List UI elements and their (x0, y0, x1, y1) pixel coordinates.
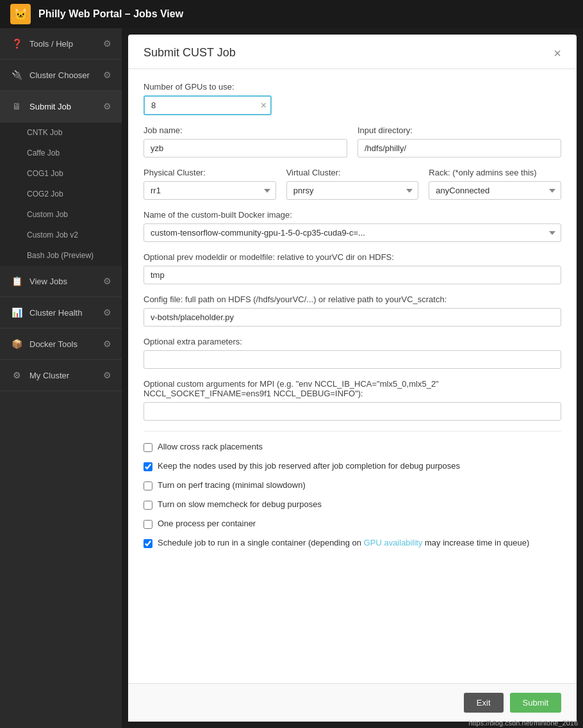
job-name-col: Job name: (144, 125, 347, 158)
status-url: https://blog.csdn.net/minione_2016 (468, 719, 578, 727)
config-file-group: Config file: full path on HDFS (/hdfs/yo… (144, 295, 561, 327)
divider (144, 431, 561, 432)
modal-header: Submit CUST Job × (128, 35, 577, 69)
app-logo: 🐱 (10, 4, 31, 24)
extra-params-group: Optional extra parameters: (144, 337, 561, 369)
submit-button[interactable]: Submit (510, 693, 561, 713)
prev-modeldir-label: Optional prev modeldir or modelfile: rel… (144, 252, 561, 262)
virtual-cluster-label: Virtual Cluster: (286, 168, 419, 177)
single-container-checkbox[interactable] (144, 539, 152, 548)
checkbox-single-container: Schedule job to run in a single containe… (144, 538, 561, 548)
submit-job-gear: ⚙ (103, 101, 111, 111)
extra-params-label: Optional extra parameters: (144, 337, 561, 346)
rack-select[interactable]: anyConnectedrack1 (429, 181, 561, 200)
app-title: Philly Web Portal – Jobs View (38, 8, 183, 20)
submit-job-icon: 🖥 (10, 100, 23, 113)
cluster-chooser-gear: ⚙ (103, 70, 111, 80)
view-jobs-gear: ⚙ (103, 276, 111, 286)
sidebar-subitem-cntk-job[interactable]: CNTK Job (0, 122, 122, 143)
keep-nodes-checkbox[interactable] (144, 462, 152, 471)
sidebar-item-docker-tools[interactable]: 📦 Docker Tools ⚙ (0, 328, 122, 360)
perf-tracing-label: Turn on perf tracing (minimal slowdown) (158, 480, 306, 490)
modal-body: Number of GPUs to use: × Job name: Input… (128, 69, 577, 683)
sidebar: ❓ Tools / Help ⚙ 🔌 Cluster Chooser ⚙ 🖥 S… (0, 28, 122, 728)
physical-cluster-select-wrapper: rr1rr2sc1 (144, 181, 276, 200)
sidebar-item-submit-job[interactable]: 🖥 Submit Job ⚙ (0, 91, 122, 122)
gpu-count-clear-button[interactable]: × (261, 101, 267, 111)
prev-modeldir-group: Optional prev modeldir or modelfile: rel… (144, 252, 561, 284)
cluster-row: Physical Cluster: rr1rr2sc1 Virtual Clus… (144, 168, 561, 200)
sidebar-label-my-cluster: My Cluster (29, 371, 69, 380)
perf-tracing-checkbox[interactable] (144, 481, 152, 490)
single-container-label: Schedule job to run in a single containe… (158, 538, 529, 547)
mpi-args-label: Optional custom arguments for MPI (e.g. … (144, 379, 561, 398)
docker-tools-gear: ⚙ (103, 339, 111, 349)
modal-close-button[interactable]: × (554, 47, 561, 60)
one-process-checkbox[interactable] (144, 520, 152, 529)
checkbox-cross-rack: Allow cross rack placements (144, 442, 561, 452)
slow-memcheck-checkbox[interactable] (144, 501, 152, 510)
sidebar-item-view-jobs[interactable]: 📋 View Jobs ⚙ (0, 266, 122, 297)
docker-image-select[interactable]: custom-tensorflow-community-gpu-1-5-0-cp… (144, 223, 561, 242)
docker-tools-icon: 📦 (10, 337, 23, 350)
modal-title: Submit CUST Job (144, 46, 236, 60)
docker-image-select-wrapper: custom-tensorflow-community-gpu-1-5-0-cp… (144, 223, 561, 242)
docker-image-group: Name of the custom-built Docker image: c… (144, 210, 561, 242)
sidebar-subitem-cog2-job[interactable]: COG2 Job (0, 184, 122, 204)
sidebar-label-tools-help: Tools / Help (29, 39, 73, 49)
status-bar: https://blog.csdn.net/minione_2016 (468, 719, 578, 727)
cross-rack-label: Allow cross rack placements (158, 442, 263, 451)
exit-button[interactable]: Exit (464, 693, 504, 713)
input-dir-input[interactable] (357, 139, 561, 158)
physical-cluster-select[interactable]: rr1rr2sc1 (144, 181, 276, 200)
gpu-availability-link[interactable]: GPU availability (364, 538, 423, 547)
rack-col: Rack: (*only admins see this) anyConnect… (429, 168, 561, 200)
gpu-count-label: Number of GPUs to use: (144, 82, 561, 92)
physical-cluster-label: Physical Cluster: (144, 168, 276, 177)
sidebar-item-my-cluster[interactable]: ⚙ My Cluster ⚙ (0, 360, 122, 391)
cross-rack-checkbox[interactable] (144, 443, 152, 452)
checkbox-slow-memcheck: Turn on slow memcheck for debug purposes (144, 499, 561, 510)
my-cluster-icon: ⚙ (10, 369, 23, 382)
sidebar-item-tools-help[interactable]: ❓ Tools / Help ⚙ (0, 28, 122, 60)
virtual-cluster-col: Virtual Cluster: pnrsydefault (286, 168, 419, 200)
prev-modeldir-input[interactable] (144, 266, 561, 284)
extra-params-input[interactable] (144, 350, 561, 369)
input-dir-label: Input directory: (357, 125, 561, 135)
cluster-chooser-icon: 🔌 (10, 69, 23, 81)
my-cluster-gear: ⚙ (103, 370, 111, 380)
tools-help-icon: ❓ (10, 37, 23, 50)
mpi-args-group: Optional custom arguments for MPI (e.g. … (144, 379, 561, 421)
cluster-health-icon: 📊 (10, 306, 23, 319)
one-process-label: One process per container (158, 519, 256, 528)
sidebar-subitem-custom-job-v2[interactable]: Custom Job v2 (0, 225, 122, 245)
checkbox-keep-nodes: Keep the nodes used by this job reserved… (144, 461, 561, 471)
sidebar-subitem-cog1-job[interactable]: COG1 Job (0, 163, 122, 184)
sidebar-label-view-jobs: View Jobs (29, 277, 67, 286)
checkbox-one-process: One process per container (144, 519, 561, 529)
job-name-input[interactable] (144, 139, 347, 158)
sidebar-label-submit-job: Submit Job (29, 102, 71, 111)
sidebar-subitem-custom-job[interactable]: Custom Job (0, 204, 122, 225)
rack-label: Rack: (*only admins see this) (429, 168, 561, 177)
gpu-count-input-wrapper: × (144, 95, 272, 115)
virtual-cluster-select[interactable]: pnrsydefault (286, 181, 419, 200)
slow-memcheck-label: Turn on slow memcheck for debug purposes (158, 499, 322, 509)
rack-select-wrapper: anyConnectedrack1 (429, 181, 561, 200)
cluster-health-gear: ⚙ (103, 307, 111, 318)
input-dir-col: Input directory: (357, 125, 561, 158)
job-name-input-dir-row: Job name: Input directory: (144, 125, 561, 158)
sidebar-item-cluster-health[interactable]: 📊 Cluster Health ⚙ (0, 297, 122, 328)
submit-job-subitems: CNTK Job Caffe Job COG1 Job COG2 Job Cus… (0, 122, 122, 266)
job-name-label: Job name: (144, 125, 347, 135)
sidebar-item-cluster-chooser[interactable]: 🔌 Cluster Chooser ⚙ (0, 60, 122, 91)
sidebar-subitem-bash-job[interactable]: Bash Job (Preview) (0, 245, 122, 266)
submit-cust-job-modal: Submit CUST Job × Number of GPUs to use:… (128, 35, 577, 722)
gpu-count-group: Number of GPUs to use: × (144, 82, 561, 115)
config-file-input[interactable] (144, 308, 561, 327)
modal-footer: Exit Submit (128, 683, 577, 722)
gpu-count-input[interactable] (144, 95, 272, 115)
main-content: Submit CUST Job × Number of GPUs to use:… (122, 28, 583, 728)
sidebar-subitem-caffe-job[interactable]: Caffe Job (0, 143, 122, 163)
mpi-args-input[interactable] (144, 402, 561, 421)
